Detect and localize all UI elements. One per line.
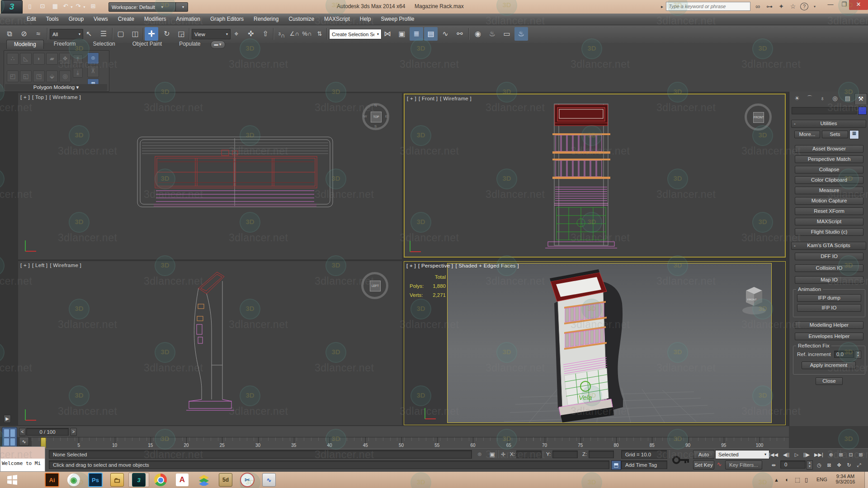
pm-tool-4-icon[interactable]: ⬙ — [46, 70, 58, 82]
kam-button-collision-io[interactable]: Collision IO — [795, 264, 863, 272]
ribbon-tab-object-paint[interactable]: Object Paint — [125, 40, 169, 49]
isolate-selection-icon[interactable]: ⌾ — [476, 451, 484, 458]
taskbar-3dsmax[interactable]: 3 — [128, 473, 149, 487]
pin-stack-icon[interactable]: ⊼ — [87, 66, 99, 77]
goto-end-icon[interactable]: ▶▶| — [813, 450, 825, 459]
zoom-extents-all-icon[interactable]: ⊞ — [856, 450, 865, 459]
prev-key-icon[interactable]: ◀|| — [781, 450, 791, 459]
kam-button-ifp-dump[interactable]: IFP dump — [797, 294, 861, 302]
pm-tool-3-icon[interactable]: ◳ — [33, 70, 45, 82]
kam-button-map-io[interactable]: Map IO — [795, 276, 863, 284]
viewcube-front[interactable]: FRONT — [745, 103, 772, 131]
workspace-extra-dropdown[interactable]: ▾ — [175, 2, 188, 12]
start-button[interactable] — [2, 473, 23, 487]
tab-modify-icon[interactable]: ⌒ — [804, 93, 816, 104]
percent-snap-icon[interactable]: %∩ — [300, 27, 314, 41]
next-frame-button[interactable]: > — [70, 428, 77, 436]
bind-to-space-warp-icon[interactable]: ≈ — [32, 27, 45, 41]
key-filter-mode-dropdown[interactable]: Selected▾ — [715, 450, 769, 459]
kam-button-envelopes-helper[interactable]: Envelopes Helper — [795, 333, 863, 340]
tab-create-icon[interactable]: ☀ — [791, 93, 803, 104]
communication-center-icon[interactable]: ✦ — [777, 3, 786, 10]
mini-curve-editor-icon[interactable]: ∿ — [19, 437, 29, 446]
tray-network-icon[interactable]: ⬚ — [795, 476, 800, 483]
menu-help[interactable]: Help — [355, 14, 376, 25]
collapse-up-icon[interactable]: ⤒ — [73, 54, 83, 64]
kam-rollout-header[interactable]: -Kam's GTA Scripts — [791, 242, 866, 250]
viewport-perspective-label[interactable]: [ + ][ Perspective ][ Shaded + Edged Fac… — [406, 263, 519, 268]
absolute-offset-toggle-icon[interactable]: ✛ — [499, 451, 507, 458]
utility-field[interactable] — [792, 107, 857, 114]
taskbar-autocad[interactable]: A — [172, 473, 193, 487]
schematic-view-icon[interactable]: ⚯ — [453, 27, 467, 41]
tab-utilities-icon[interactable]: ⚒ — [854, 93, 867, 104]
ribbon-tab-selection[interactable]: Selection — [85, 40, 122, 49]
render-setup-icon[interactable]: ♨ — [486, 27, 499, 41]
region-zoom-icon[interactable]: ⊠ — [825, 460, 834, 469]
zoom-extents-icon[interactable]: ⊡ — [846, 450, 855, 459]
viewcube-left[interactable]: LEFT — [361, 272, 388, 299]
redo-icon[interactable]: ↷▾ — [75, 2, 86, 11]
auto-key-button[interactable]: Auto Key — [693, 450, 714, 459]
use-pivot-center-icon[interactable]: ⌖ — [230, 27, 243, 41]
menu-views[interactable]: Views — [89, 14, 113, 25]
taskbar-snipping-tool[interactable]: ✂ — [237, 473, 258, 487]
utility-button-measure[interactable]: Measure — [795, 187, 863, 194]
select-object-icon[interactable]: ↖ — [82, 27, 96, 41]
kam-button-dff-io[interactable]: DFF IO — [795, 253, 863, 260]
next-key-icon[interactable]: ||▶ — [802, 450, 811, 459]
current-frame-field[interactable]: 0 — [780, 460, 806, 469]
selection-filter-dropdown[interactable]: All▾ — [50, 29, 83, 39]
taskbar-chrome[interactable] — [150, 473, 171, 487]
pan-hand-icon[interactable]: ✥ — [835, 460, 844, 469]
toggle-command-panel-icon[interactable]: ⌾ — [87, 52, 99, 64]
ribbon-toggle-icon[interactable]: ▤ — [424, 27, 438, 41]
set-keys-key-icon[interactable] — [671, 450, 692, 469]
tray-clock[interactable]: 9:34 AM 9/3/2016 — [831, 474, 860, 484]
y-field[interactable] — [552, 450, 578, 458]
viewport-layout-button[interactable] — [2, 427, 17, 448]
collapse-down-icon[interactable]: ⤓ — [73, 68, 83, 78]
utilities-rollout-header[interactable]: -Utilities — [791, 120, 866, 128]
material-editor-icon[interactable]: ◉ — [471, 27, 485, 41]
taskbar-photoshop[interactable]: Ps — [85, 473, 106, 487]
viewcube-top[interactable]: TOP N W S E — [362, 103, 389, 130]
add-time-tag[interactable]: Add Time Tag — [621, 460, 667, 469]
save-file-icon[interactable]: ▦ — [50, 2, 61, 11]
unlink-selection-icon[interactable]: ⊘ — [17, 27, 31, 41]
selection-lock-icon[interactable]: ▣ — [488, 451, 496, 458]
time-tag-cube-icon[interactable]: ⬒ — [611, 460, 621, 470]
render-production-icon[interactable]: ♨ — [514, 27, 528, 41]
viewcube-perspective[interactable]: FRONT — [741, 282, 768, 317]
select-and-scale-icon[interactable]: ◲ — [175, 27, 188, 41]
menu-maxscript[interactable]: MAXScript — [319, 14, 355, 25]
more-button[interactable]: More... — [794, 131, 820, 138]
curve-editor-icon[interactable]: ∿ — [439, 27, 452, 41]
set-key-button[interactable]: Set Key — [693, 460, 714, 469]
default-in-out-tangent-icon[interactable]: ∿ — [715, 461, 723, 468]
menu-modifiers[interactable]: Modifiers — [139, 14, 171, 25]
utility-button-reset-xform[interactable]: Reset XForm — [795, 207, 863, 215]
pm-tool-5-icon[interactable]: ◎ — [59, 70, 71, 82]
viewport-perspective[interactable]: Vela FRONT [ + ][ Perspective ][ Shaded … — [404, 261, 786, 425]
select-and-manipulate-icon[interactable]: ✜ — [244, 27, 258, 41]
apply-increment-button[interactable]: Apply increment — [802, 361, 856, 369]
viewport-top[interactable]: [ + ][ Top ][ Wireframe ] — [18, 93, 402, 259]
search-expand-icon[interactable]: ▸ — [661, 4, 663, 9]
menu-rendering[interactable]: Rendering — [249, 14, 283, 25]
key-mode-toggle-icon[interactable]: ⇹ — [768, 460, 779, 469]
ribbon-tab-populate[interactable]: Populate — [172, 40, 208, 49]
utility-button-flight-studio[interactable]: Flight Studio (c) — [795, 228, 863, 236]
tray-power-icon[interactable]: ▯ — [805, 476, 808, 483]
tray-expand-icon[interactable]: ▲ — [774, 477, 779, 483]
app-menu-button[interactable]: 3 — [1, 0, 23, 14]
pm-tool-1-icon[interactable]: ◰ — [7, 70, 19, 82]
frame-counter[interactable]: 0 / 100 — [26, 428, 69, 436]
undo-icon[interactable]: ↶▾ — [62, 2, 73, 11]
tray-language[interactable]: ENG — [816, 477, 827, 482]
select-by-name-icon[interactable]: ☰ — [97, 27, 110, 41]
x-field[interactable] — [516, 450, 542, 458]
align-icon[interactable]: ▣ — [395, 27, 409, 41]
close-button[interactable]: ✕ — [849, 0, 868, 10]
minimize-button[interactable]: — — [824, 0, 837, 10]
